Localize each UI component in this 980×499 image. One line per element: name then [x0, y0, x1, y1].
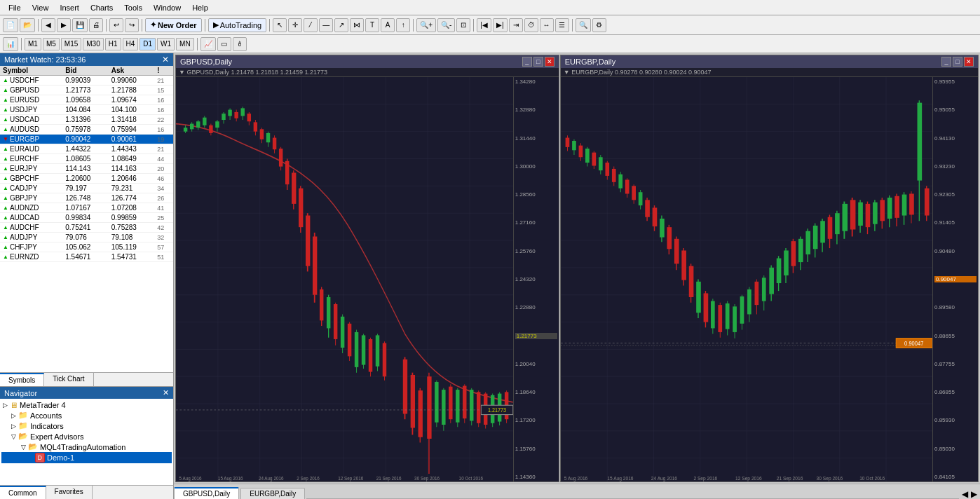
chart-shift-button[interactable]: ↔ [540, 18, 554, 32]
tf-w1[interactable]: W1 [157, 38, 175, 50]
gbpusd-maximize-button[interactable]: □ [533, 57, 543, 67]
print-button[interactable]: 🖨 [89, 18, 103, 32]
mw-tab-tickchart[interactable]: Tick Chart [44, 373, 93, 386]
eurgbp-chart-plot[interactable]: 0.90047 5 Aug 2016 15 Aug 2016 24 Aug 20… [561, 77, 932, 481]
back-button[interactable]: ◀ [41, 18, 55, 32]
nav-item-expert-advisors[interactable]: ▽ 📂 Expert Advisors [1, 431, 172, 442]
tf-d1[interactable]: D1 [139, 38, 156, 50]
navigator-close-button[interactable]: ✕ [163, 388, 169, 397]
chart-tab-gbpusd[interactable]: GBPUSD,Daily [174, 487, 239, 499]
mw-row-audjpy[interactable]: ▲ AUDJPY 79.076 79.108 32 [0, 233, 173, 242]
gbpusd-chart-plot[interactable]: 1.21773 5 Aug 2016 15 Aug 2016 24 Aug 20… [176, 77, 513, 481]
auto-trading-button[interactable]: ▶ AutoTrading [208, 18, 267, 32]
eurgbp-close-button[interactable]: ✕ [964, 57, 974, 67]
mw-row-usdjpy[interactable]: ▲ USDJPY 104.084 104.100 16 [0, 105, 173, 115]
mw-row-audcad[interactable]: ▲ AUDCAD 0.99834 0.99859 25 [0, 213, 173, 223]
gbpusd-minimize-button[interactable]: _ [522, 57, 532, 67]
trendline-button[interactable]: ↗ [334, 18, 348, 32]
menu-window[interactable]: Window [148, 2, 186, 13]
templates-button[interactable]: ☰ [555, 18, 569, 32]
chart-scroll-fwd-button[interactable]: ▶| [493, 18, 508, 32]
menu-insert[interactable]: Insert [54, 2, 85, 13]
cursor-button[interactable]: ↖ [273, 18, 287, 32]
mw-row-audchf[interactable]: ▲ AUDCHF 0.75241 0.75283 42 [0, 223, 173, 233]
mw-row-chfjpy[interactable]: ▲ CHFJPY 105.062 105.119 57 [0, 242, 173, 252]
nav-item-indicators[interactable]: ▷ 📁 Indicators [1, 421, 172, 431]
eurgbp-chart-body[interactable]: 0.90047 5 Aug 2016 15 Aug 2016 24 Aug 20… [561, 77, 978, 481]
hline-button[interactable]: — [319, 18, 333, 32]
tf-m30[interactable]: M30 [83, 38, 103, 50]
mw-row-audnzd[interactable]: ▲ AUDNZD 1.07167 1.07208 41 [0, 203, 173, 213]
mw-cell-spread: 46 [154, 174, 173, 184]
mw-row-eurjpy[interactable]: ▲ EURJPY 114.143 114.163 20 [0, 164, 173, 174]
mw-row-eurnzd[interactable]: ▲ EURNZD 1.54671 1.54731 51 [0, 252, 173, 262]
save-button[interactable]: 💾 [72, 18, 88, 32]
mw-row-gbpchf[interactable]: ▲ GBPCHF 1.20600 1.20646 46 [0, 174, 173, 184]
tf-m1[interactable]: M1 [25, 38, 41, 50]
mw-row-eurgbp[interactable]: ▼ EURGBP 0.90042 0.90061 19 [0, 135, 173, 144]
tf-m15[interactable]: M15 [61, 38, 81, 50]
mw-row-gbpjpy[interactable]: ▲ GBPJPY 126.748 126.774 26 [0, 193, 173, 203]
mw-row-usdchf[interactable]: ▲ USDCHF 0.99039 0.99060 21 [0, 76, 173, 86]
candle-chart-button[interactable]: 🕯 [233, 37, 247, 51]
menu-tools[interactable]: Tools [118, 2, 148, 13]
market-watch-table[interactable]: Symbol Bid Ask ! ▲ USDCHF 0.99039 0.9906… [0, 66, 173, 372]
nav-item-metatrader4[interactable]: ▷ 🖥 MetaTrader 4 [1, 400, 172, 410]
auto-scroll-button[interactable]: ⇥ [509, 18, 523, 32]
label-button[interactable]: A [381, 18, 395, 32]
new-order-button[interactable]: ✦ New Order [145, 18, 202, 32]
bar-chart-button[interactable]: ▭ [217, 37, 231, 51]
menu-help[interactable]: Help [186, 2, 214, 13]
mw-tab-symbols[interactable]: Symbols [0, 373, 44, 386]
settings-button[interactable]: ⚙ [592, 18, 606, 32]
gbpusd-close-button[interactable]: ✕ [545, 57, 554, 67]
mw-row-usdcad[interactable]: ▲ USDCAD 1.31396 1.31418 22 [0, 115, 173, 125]
zoom-in-button[interactable]: 🔍+ [416, 18, 436, 32]
nav-tab-favorites[interactable]: Favorites [46, 486, 93, 499]
tf-h4[interactable]: H4 [123, 38, 139, 50]
fit-button[interactable]: ⊡ [456, 18, 470, 32]
eurgbp-minimize-button[interactable]: _ [941, 57, 951, 67]
mw-row-gbpusd[interactable]: ▲ GBPUSD 1.21773 1.21788 15 [0, 86, 173, 95]
chart-scroll-back-button[interactable]: |◀ [477, 18, 491, 32]
crosshair-button[interactable]: ✛ [288, 18, 302, 32]
nav-accounts-folder-icon: 📁 [18, 411, 28, 420]
tf-m5[interactable]: M5 [43, 38, 60, 50]
nav-item-mql4[interactable]: ▽ 📂 MQL4TradingAutomation [1, 442, 172, 452]
mw-row-audusd[interactable]: ▲ AUDUSD 0.75978 0.75994 16 [0, 125, 173, 135]
arrow-button[interactable]: ↑ [396, 18, 410, 32]
tf-h1[interactable]: H1 [105, 38, 121, 50]
new-chart-button[interactable]: 📄 [3, 18, 18, 32]
zoom-out-button[interactable]: 🔍- [437, 18, 455, 32]
nav-item-demo1[interactable]: D Demo-1 [1, 452, 172, 463]
line-button[interactable]: ⁄ [304, 18, 318, 32]
undo-button[interactable]: ↩ [109, 18, 123, 32]
line-chart-button[interactable]: 📈 [200, 37, 216, 51]
tf-mn[interactable]: MN [176, 38, 194, 50]
gbpusd-chart-body[interactable]: 1.21773 5 Aug 2016 15 Aug 2016 24 Aug 20… [176, 77, 559, 481]
menu-charts[interactable]: Charts [85, 2, 118, 13]
nav-tab-common[interactable]: Common [0, 486, 46, 499]
mw-row-eurchf[interactable]: ▲ EURCHF 1.08605 1.08649 44 [0, 154, 173, 164]
eurgbp-maximize-button[interactable]: □ [953, 57, 962, 67]
menu-file[interactable]: File [3, 2, 27, 13]
navigator-body[interactable]: ▷ 🖥 MetaTrader 4 ▷ 📁 Accounts ▷ 📁 Indica… [0, 399, 173, 485]
mw-row-euraud[interactable]: ▲ EURAUD 1.44322 1.44343 21 [0, 144, 173, 154]
channel-button[interactable]: ⋈ [350, 18, 364, 32]
nav-item-accounts[interactable]: ▷ 📁 Accounts [1, 410, 172, 421]
menu-view[interactable]: View [27, 2, 55, 13]
redo-button[interactable]: ↪ [125, 18, 139, 32]
market-watch-close-button[interactable]: ✕ [162, 55, 169, 64]
mw-row-cadjpy[interactable]: ▲ CADJPY 79.197 79.231 34 [0, 184, 173, 193]
search-button[interactable]: 🔍 [576, 18, 591, 32]
chart-tab-scroll-left[interactable]: ◀ [962, 489, 968, 499]
chart-tab-eurgbp[interactable]: EURGBP,Daily [240, 488, 305, 499]
forward-button[interactable]: ▶ [57, 18, 71, 32]
chart-type-button[interactable]: 📊 [3, 37, 18, 51]
mw-row-eurusd[interactable]: ▲ EURUSD 1.09658 1.09674 16 [0, 95, 173, 105]
period-sep-button[interactable]: ⏱ [524, 18, 538, 32]
chart-tab-scroll-right[interactable]: ▶ [971, 489, 977, 499]
mw-symbol-text: GBPUSD [10, 86, 39, 94]
open-button[interactable]: 📂 [20, 18, 35, 32]
text-button[interactable]: T [365, 18, 379, 32]
